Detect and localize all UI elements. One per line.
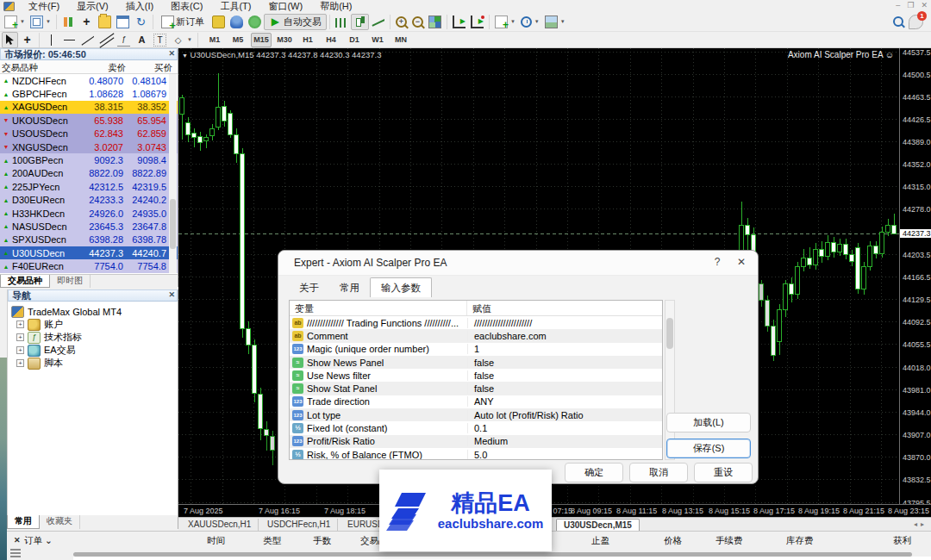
close-icon[interactable]: ✕ [921,1,928,10]
expand-icon[interactable]: + [16,333,24,341]
market-watch-row[interactable]: ▲D30EURecn24233.324240.2 [0,194,178,207]
cancel-button[interactable]: 取消 [629,463,688,482]
minimize-icon[interactable]: – [896,1,900,10]
connection-button[interactable] [246,14,264,30]
crosshair-tool-button[interactable]: + [18,32,36,48]
vertical-line-tool[interactable] [42,32,60,48]
expand-icon[interactable]: + [16,346,24,354]
param-value[interactable]: 5.0 [467,450,487,460]
market-watch-row[interactable]: ▼USOUSDecn62.84362.859 [0,128,178,140]
close-icon[interactable]: ✕ [168,290,175,300]
search-button[interactable] [890,14,906,30]
menu-item[interactable]: 图表(C) [162,0,211,12]
zoom-out-button[interactable]: − [409,14,426,30]
expand-icon[interactable]: + [16,359,24,367]
new-order-button[interactable]: 新订单 [156,14,209,30]
param-row[interactable]: 123Lot typeAuto lot (Profit/Risk) Ratio [290,408,662,421]
candle-chart-button[interactable] [351,14,369,30]
timeframe-m5[interactable]: M5 [228,33,248,47]
param-row[interactable]: ≈Show Stat Panelfalse [290,382,662,395]
param-value[interactable]: ANY [467,396,494,407]
text-tool[interactable]: A [133,32,151,48]
notifications-button[interactable]: 1 [906,14,926,30]
market-watch-row[interactable]: ▲GBPCHFecn1.086281.08679 [0,87,178,100]
terminal-column-header[interactable]: 价格 [664,535,682,547]
line-chart-button[interactable] [369,14,387,30]
timeframe-h4[interactable]: H4 [321,33,341,47]
param-value[interactable]: false [467,370,494,381]
close-icon[interactable]: ✕ [168,49,175,59]
param-value[interactable]: false [467,358,494,368]
param-row[interactable]: ≈Show News Panelfalse [290,356,662,369]
scroll-left-icon[interactable]: ◂ [914,520,921,528]
timeframe-w1[interactable]: W1 [367,33,388,47]
chart-shift-button[interactable] [59,14,78,30]
timeframe-d1[interactable]: D1 [344,33,365,47]
fibonacci-tool[interactable]: ƒ [115,32,133,48]
param-row[interactable]: ½Risk, % of Balance (FTMO)5.0 [290,448,662,460]
param-value[interactable]: false [467,383,494,394]
chart-tab[interactable]: USDCHFecn,H1 [260,519,338,532]
param-value[interactable]: Medium [467,436,508,446]
market-watch-row[interactable]: ▲H33HKDecn24926.024935.0 [0,207,178,220]
timeframe-m1[interactable]: M1 [204,33,225,47]
param-row[interactable]: 123Profit/Risk RatioMedium [290,435,662,448]
navigator-item[interactable]: +账户 [8,318,178,331]
param-value[interactable]: ////////////////////// [467,318,532,328]
save-button[interactable]: 保存(S) [666,439,751,458]
dialog-tab[interactable]: 输入参数 [370,277,432,297]
param-value[interactable]: eaclubshare.com [467,331,547,341]
timeframe-m15[interactable]: M15 [251,33,272,47]
chart-shift-end-button[interactable] [468,14,486,30]
scroll-right-icon[interactable]: ▸ [921,520,928,528]
terminal-column-header[interactable]: 库存费 [786,535,814,547]
menu-item[interactable]: 插入(I) [117,0,162,12]
terminal-column-header[interactable]: 时间 [207,535,225,547]
channel-tool[interactable] [97,32,115,48]
param-value[interactable]: Auto lot (Profit/Risk) Ratio [467,410,584,420]
market-watch-scrollbar[interactable] [169,74,177,273]
param-row[interactable]: ½Fixed lot (constant)0.1 [290,421,662,434]
terminal-column-header[interactable]: 手数 [313,535,331,547]
market-watch-row[interactable]: ▲NZDCHFecn0.480700.48104 [0,74,178,87]
close-icon[interactable]: ✕ [734,256,749,268]
market-watch-row[interactable]: ▲SPXUSDecn6398.286398.78 [0,233,178,246]
navigator-root[interactable]: TradeMax Global MT4 [8,305,178,318]
param-value[interactable]: 0.1 [467,423,487,433]
navigator-tab[interactable]: 常用 [7,515,40,529]
market-watch-row[interactable]: ▲100GBPecn9092.39098.4 [0,153,178,166]
favorites-button[interactable] [96,14,114,30]
market-watch-row[interactable]: ▼UKOUSDecn65.93865.954 [0,114,178,127]
trendline-tool[interactable] [78,32,97,48]
time-axis[interactable]: 7 Aug 20257 Aug 16:157 Aug 18:157 Aug 20… [178,504,931,517]
param-value[interactable]: 1 [467,344,479,354]
menu-item[interactable]: 显示(V) [68,0,117,12]
tab-scroll-arrows[interactable]: ◂▸ [914,520,928,528]
auto-scroll-button[interactable] [450,14,468,30]
market-watch-row[interactable]: ▼XNGUSDecn3.02073.0743 [0,140,178,153]
param-row[interactable]: ≈Use News filterfalse [290,369,662,382]
market-watch-row[interactable]: ▲NASUSDecn23645.323647.8 [0,220,178,233]
menu-item[interactable]: 工具(T) [211,0,259,12]
restore-icon[interactable]: ❐ [907,1,914,10]
param-row[interactable]: 123Trade directionANY [290,395,662,408]
zoom-in-button[interactable]: + [393,14,409,30]
data-window-button[interactable] [114,14,132,30]
terminal-column-header[interactable]: 手续费 [715,535,743,547]
ok-button[interactable]: 确定 [565,463,623,482]
param-row[interactable]: abCommenteaclubshare.com [290,329,662,342]
expand-icon[interactable]: + [16,320,24,328]
history-center-button[interactable]: ↻ [132,14,150,30]
profiles-button[interactable]: ▼ [28,14,53,30]
param-row[interactable]: ab////////////// Trading Functions /////… [290,316,662,329]
market-watch-row[interactable]: ▲U30USDecn44237.344240.7 [0,246,178,259]
chart-tab[interactable]: XAUUSDecn,H1 [181,519,259,532]
param-row[interactable]: 123Magic (unique order number)1 [290,343,662,356]
market-watch-row[interactable]: ▲F40EURecn7754.07754.8 [0,259,178,272]
label-tool[interactable]: T [151,32,169,48]
dialog-title-bar[interactable]: Expert - Axiom AI Scalper Pro EA ? ✕ [278,251,758,276]
periods-button[interactable]: ▼ [518,14,542,30]
navigator-item[interactable]: +EA交易 [8,344,178,357]
horizontal-line-tool[interactable] [60,32,78,48]
dialog-tab[interactable]: 关于 [289,279,329,297]
